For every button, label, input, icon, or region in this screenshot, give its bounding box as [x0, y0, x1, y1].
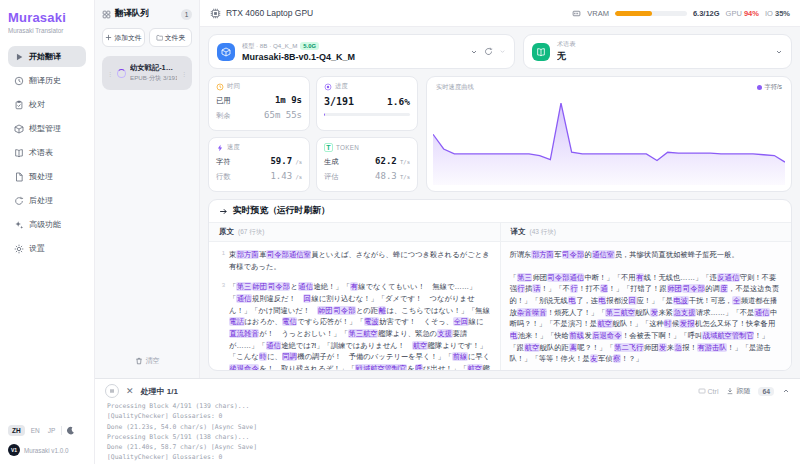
clear-queue-button[interactable]: 清空 — [102, 352, 192, 370]
char-speed-value: 59.7 /s — [270, 156, 302, 166]
arrow-right-icon — [219, 207, 228, 216]
sidebar-item-label: 模型管理 — [29, 123, 61, 134]
add-folder-label: 文件夹 — [165, 33, 185, 43]
sidebar-item-label: 后处理 — [29, 195, 53, 206]
glossary-icon — [532, 43, 550, 61]
sidebar-item-label: 开始翻译 — [29, 51, 61, 62]
preview-title: 实时预览（运行时刷新） — [233, 205, 330, 217]
log-line: Done (21.23s, 54.0 char/s) [Async Save] — [107, 422, 788, 432]
app-window: Murasaki Murasaki Translator 开始翻译 翻译历史 校… — [0, 0, 800, 464]
sidebar-item-label: 预处理 — [29, 171, 53, 182]
sidebar-item-history[interactable]: 翻译历史 — [8, 70, 86, 91]
refresh-icon[interactable] — [484, 47, 493, 56]
model-select-value[interactable]: Murasaki-8B-v0.1-Q4_K_M — [242, 52, 463, 62]
progress-bar-fill — [324, 113, 325, 116]
glossary-label: 术语表 — [557, 40, 576, 49]
plus-icon — [105, 34, 112, 41]
target-header-label: 译文 — [511, 227, 526, 237]
progress-bar — [324, 113, 410, 116]
log-line: [QualityChecker] Glossaries: 0 — [107, 452, 788, 462]
task-subtitle: EPUB·分块 3/191… — [130, 74, 177, 83]
log-output[interactable]: Processing Block 4/191 (139 chars)... [Q… — [95, 401, 800, 464]
time-used-value: 1m 9s — [275, 95, 302, 105]
divider — [61, 426, 62, 435]
sidebar-item-glossary[interactable]: 术语表 — [8, 142, 86, 163]
ctrl-hint: Ctrl — [698, 387, 719, 395]
sidebar-item-preprocess[interactable]: 预处理 — [8, 166, 86, 187]
target-text-pane[interactable]: 所谓东部方面军司令部的通信室员，其惨状简直犹如被蜂子蜇死一般。 「第三师团司令部… — [500, 242, 792, 370]
chevron-up-icon[interactable] — [782, 387, 790, 395]
app-logo-subtitle: Murasaki Translator — [8, 27, 86, 34]
pause-icon — [109, 388, 115, 394]
sidebar-item-label: 设置 — [29, 243, 45, 254]
book-icon — [14, 148, 24, 158]
stop-button[interactable]: ✕ — [126, 386, 134, 396]
time-card: 时间 已用 1m 9s 剩余 65m 55s — [208, 76, 310, 131]
drag-handle-icon[interactable]: ⋮ — [107, 70, 113, 77]
gpu-usage: GPU 94% — [726, 9, 759, 18]
version-text: Murasaki v1.0.0 — [24, 447, 68, 454]
sidebar-item-model-manage[interactable]: 模型管理 — [8, 118, 86, 139]
gpu-name: RTX 4060 Laptop GPU — [226, 8, 313, 18]
version-row: V1 Murasaki v1.0.0 — [8, 444, 86, 456]
sidebar-item-label: 高级功能 — [29, 219, 61, 230]
glossary-select-value[interactable]: 无 — [557, 50, 768, 63]
task-more-icon[interactable]: ⋮ — [181, 70, 187, 77]
chevron-small-icon[interactable] — [499, 48, 506, 55]
progress-card: 进度 3/191 1.6% — [316, 76, 418, 131]
char-speed-label: 字符 — [216, 157, 230, 167]
source-paragraph: 3 「第三師団司令部と通信途絶！」「有線でなくてもいい！ 無線で……」「通信規則… — [218, 281, 491, 370]
lang-en-button[interactable]: EN — [29, 425, 42, 436]
clock-icon — [14, 76, 24, 86]
lang-zh-button[interactable]: ZH — [8, 425, 25, 436]
chart-legend: 字符/s — [757, 83, 783, 92]
legend-label: 字符/s — [765, 83, 783, 92]
queue-icon — [102, 10, 111, 19]
moon-icon[interactable] — [66, 426, 75, 435]
cube-icon — [14, 124, 24, 134]
source-line-count: (67 行块) — [238, 228, 264, 237]
task-title: 幼女戦記-1… — [130, 63, 177, 73]
token-eval-value: 48.3 T/s — [375, 171, 410, 181]
chevron-down-icon[interactable] — [775, 48, 783, 56]
time-left-label: 剩余 — [216, 111, 230, 121]
chevron-down-icon[interactable] — [470, 48, 478, 56]
gpu-status-bar: RTX 4060 Laptop GPU VRAM 6.3/12G GPU 94%… — [200, 0, 800, 27]
queue-count-badge: 1 — [181, 9, 192, 20]
speed-card-title: 速度 — [227, 143, 240, 152]
token-card-title: TOKEN — [336, 144, 359, 151]
follow-toggle[interactable]: 跟随 — [726, 386, 750, 396]
speed-line-chart — [433, 95, 785, 185]
source-paragraph-text: 「第三師団司令部と通信途絶！」「有線でなくてもいい！ 無線で……」「通信規則違反… — [229, 281, 491, 370]
queue-task-item[interactable]: ⋮ 幼女戦記-1… EPUB·分块 3/191… ⋮ — [102, 56, 192, 90]
vram-label: VRAM — [587, 9, 609, 18]
target-icon — [324, 83, 332, 91]
add-folder-button[interactable]: 文件夹 — [149, 28, 192, 47]
sidebar-item-postprocess[interactable]: 后处理 — [8, 190, 86, 211]
lang-jp-button[interactable]: JP — [46, 425, 58, 436]
sidebar-item-label: 校对 — [29, 99, 45, 110]
source-text-pane[interactable]: 1 東部方面軍司令部通信室員といえば、さながら、蜂につつき殺されるがごとき有様で… — [209, 242, 500, 370]
sidebar-item-start-translate[interactable]: 开始翻译 — [8, 46, 86, 67]
glossary-select-card[interactable]: 术语表 无 — [523, 34, 792, 69]
sidebar-item-proofread[interactable]: 校对 — [8, 94, 86, 115]
clear-queue-label: 清空 — [146, 356, 160, 366]
sidebar-nav: 开始翻译 翻译历史 校对 模型管理 术语表 预处理 — [8, 46, 86, 259]
add-file-button[interactable]: 添加文件 — [102, 28, 145, 47]
token-card: T TOKEN 生成 62.2 T/s 评估 48.3 T/s — [316, 137, 418, 192]
log-line: Processing Block 4/191 (139 chars)... — [107, 401, 788, 411]
gpu-chip-icon — [210, 8, 221, 19]
speed-chart-card: 实时速度曲线 字符/s — [426, 76, 792, 192]
sidebar-item-advanced[interactable]: 高级功能 — [8, 214, 86, 235]
model-select-card[interactable]: 模型 · 8B · Q4_K_M 5.0G Murasaki-8B-v0.1-Q… — [208, 34, 515, 69]
target-paragraph-text: 「第三师团司令部通信中断！」「不用有线！无线也……」「违反通信守则！不要强行插话… — [510, 272, 783, 365]
chart-title: 实时速度曲线 — [436, 83, 474, 92]
main-content: 模型 · 8B · Q4_K_M 5.0G Murasaki-8B-v0.1-Q… — [200, 27, 800, 378]
vram-value: 6.3/12G — [693, 9, 720, 18]
app-logo: Murasaki — [8, 10, 86, 25]
line-number: 1 — [218, 249, 225, 272]
source-header-label: 原文 — [219, 227, 234, 237]
pause-button[interactable] — [105, 384, 119, 398]
sidebar-item-settings[interactable]: 设置 — [8, 238, 86, 259]
main-area: RTX 4060 Laptop GPU VRAM 6.3/12G GPU 94%… — [200, 0, 800, 378]
